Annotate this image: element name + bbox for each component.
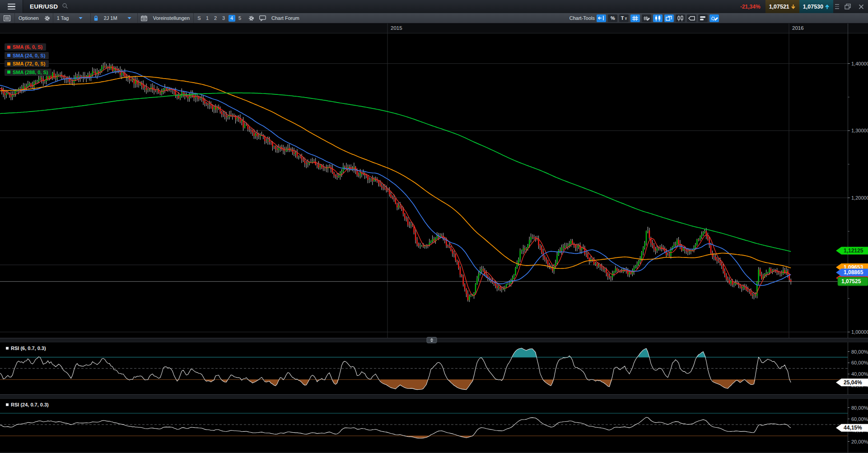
sma288-line — [0, 93, 791, 252]
rsi2-label: RSI (24, 0.7, 0.3) — [6, 402, 49, 407]
text-size-icon[interactable]: TT — [619, 14, 629, 22]
menu-icon[interactable] — [0, 0, 23, 13]
price-tags: 1,121251,096531,088651,07525 — [836, 247, 868, 285]
layout-button-4[interactable]: 4 — [229, 15, 235, 22]
bid-price[interactable]: 1,07521 — [765, 0, 799, 13]
rsi6-panel — [0, 348, 848, 390]
panel-splitter-handle[interactable] — [427, 337, 437, 343]
range-dropdown[interactable]: 2J 1M — [101, 13, 137, 23]
chart-tools-label: Chart-Tools — [569, 15, 595, 21]
lock-icon[interactable] — [91, 13, 101, 23]
price-axis-label: 1,20000 — [851, 195, 868, 201]
year-label: 2016 — [792, 25, 804, 31]
price-label-icon[interactable] — [687, 14, 696, 22]
calendar-icon[interactable] — [138, 13, 150, 23]
hollow-candles-icon[interactable] — [676, 14, 685, 22]
symbol-title: EUR/USD — [30, 3, 58, 10]
layout-button-1[interactable]: 1 — [204, 15, 211, 22]
sma6-line — [0, 67, 791, 296]
options-gear-icon[interactable] — [42, 13, 52, 23]
draw-settings-icon[interactable] — [709, 14, 719, 22]
percent-scale-icon[interactable]: % — [608, 14, 617, 22]
chart-gear-icon[interactable] — [246, 13, 257, 23]
layout-button-5[interactable]: 5 — [237, 15, 243, 22]
rsi24-panel — [0, 413, 848, 438]
search-icon[interactable] — [62, 3, 68, 11]
rsi24-line — [0, 417, 791, 438]
svg-text:1,12125: 1,12125 — [844, 248, 863, 254]
last-price-tag: 1,07525 — [838, 277, 868, 286]
rsi-axis-label: 40,00% — [851, 371, 868, 377]
layout-button-S[interactable]: S — [196, 15, 203, 22]
rsi-axis-label: 60,00% — [851, 416, 868, 422]
rsi1-label: RSI (6, 0.7, 0.3) — [6, 346, 46, 351]
rsi-oversold-fill — [130, 380, 791, 390]
chevron-down-icon — [79, 17, 83, 19]
rsi-axis-label: 60,00% — [851, 360, 868, 365]
grid-icon[interactable] — [630, 14, 640, 22]
layout-button-2[interactable]: 2 — [212, 15, 219, 22]
rsi24-value-tag: 44,15% — [836, 424, 868, 432]
compare-icon[interactable] — [698, 14, 708, 22]
title-bar: EUR/USD -21,34% 1,07521 1,07530 — [0, 0, 868, 13]
candlestick-series — [0, 62, 791, 302]
chart-tools: Chart-Tools %TT — [569, 14, 719, 22]
chart-window: { "titlebar":{"symbol":"EUR/USD","change… — [0, 0, 868, 453]
rsi-axis-label: 80,00% — [851, 405, 868, 411]
presets-button[interactable]: Voreinstellungen — [150, 13, 193, 23]
chart-toolbar: Optionen 1 Tag 2J 1M Voreinstellungen S1… — [0, 13, 868, 23]
draw-grid-icon[interactable] — [642, 14, 651, 22]
rsi-axis-label: 20,00% — [851, 439, 868, 444]
list-view-button[interactable] — [0, 13, 14, 23]
restore-window-button[interactable] — [841, 0, 854, 13]
svg-text:25,04%: 25,04% — [844, 379, 862, 386]
legend-item-sma24[interactable]: SMA (24, 0, S) — [5, 52, 49, 59]
gridlines — [0, 23, 848, 338]
sma-legend: SMA (6, 0, S)SMA (24, 0, S)SMA (72, 0, S… — [5, 43, 51, 77]
svg-text:T: T — [625, 17, 627, 21]
svg-text:%: % — [611, 15, 615, 21]
price-axis: 1,400001,300001,200001,00000 — [848, 23, 868, 453]
sma72-line — [0, 76, 791, 268]
layout-buttons: S12345 — [195, 15, 244, 22]
price-axis-label: 1,00000 — [851, 329, 868, 335]
year-label: 2015 — [391, 25, 402, 31]
ask-price[interactable]: 1,07530 — [799, 0, 833, 13]
svg-text:44,15%: 44,15% — [844, 425, 862, 431]
detach-window-icon[interactable] — [664, 14, 674, 22]
legend-item-sma288[interactable]: SMA (288, 0, S) — [5, 69, 51, 76]
rsi6-value-tag: 25,04% — [836, 378, 868, 386]
options-button[interactable]: Optionen — [15, 13, 42, 23]
price-axis-label: 1,30000 — [851, 128, 868, 133]
auto-shift-icon[interactable] — [597, 14, 606, 22]
chat-bubble-icon[interactable] — [257, 13, 268, 23]
rsi-overbought-fill — [39, 348, 706, 357]
candlestick-type-icon[interactable] — [653, 14, 663, 22]
svg-text:1,07525: 1,07525 — [841, 278, 861, 285]
chart-surface[interactable]: 201520161,400001,300001,200001,0000080,0… — [0, 0, 868, 453]
chart-forum-link[interactable]: Chart Forum — [268, 13, 303, 23]
chevron-down-icon — [127, 17, 131, 19]
svg-text:1,08865: 1,08865 — [844, 269, 863, 276]
close-window-button[interactable] — [854, 0, 868, 13]
arrow-up-icon — [825, 4, 830, 9]
layout-button-3[interactable]: 3 — [220, 15, 227, 22]
rsi-axis-label: 80,00% — [851, 349, 868, 355]
price-axis-label: 1,40000 — [851, 61, 868, 66]
svg-text:T: T — [621, 15, 624, 21]
sma288-value-tag: 1,12125 — [836, 247, 868, 254]
candle-wicks — [2, 62, 791, 302]
legend-item-sma72[interactable]: SMA (72, 0, S) — [5, 60, 49, 67]
change-percent: -21,34% — [740, 4, 761, 10]
sma24-value-tag: 1,08865 — [836, 269, 868, 276]
chart-tools-icons: %TT — [595, 14, 719, 22]
sma24-line — [0, 71, 791, 285]
timeframe-dropdown[interactable]: 1 Tag — [54, 13, 90, 23]
arrow-down-icon — [791, 4, 796, 9]
legend-item-sma6[interactable]: SMA (6, 0, S) — [5, 43, 46, 51]
drag-grip[interactable] — [833, 0, 841, 13]
